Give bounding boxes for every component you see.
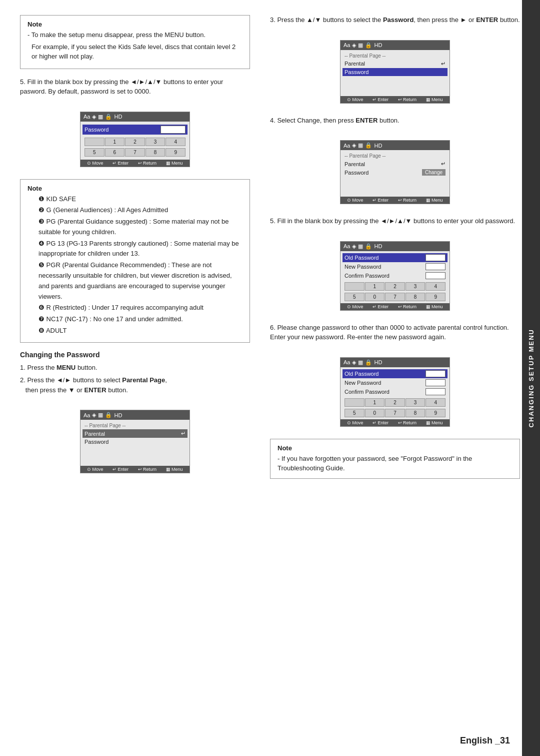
p3-footer-move: ⊙Move: [347, 97, 363, 102]
p4-body: -- Parental Page -- Parental ↵ Password …: [340, 150, 450, 197]
screen1-numpad-row2: 5 6 7 8 9: [84, 148, 186, 157]
onc2-footer-return: ↩Return: [398, 420, 416, 425]
note-title-2: Note: [28, 185, 242, 192]
screen1-audio: ◈: [92, 114, 96, 120]
numpad-4: 4: [166, 138, 186, 146]
onc1-np-2: 2: [385, 282, 405, 291]
note-title-1: Note: [28, 21, 242, 28]
p3-hd: HD: [374, 42, 382, 48]
p1-lock: 🔒: [105, 412, 112, 418]
screen1-header: Aa ◈ ▦ 🔒 HD: [80, 112, 190, 122]
onc1-aa: Aa: [344, 243, 350, 249]
note-box-1: Note - To make the setup menu disappear,…: [20, 15, 250, 69]
p3-footer-menu: ▦Menu: [426, 97, 443, 102]
onc1-np-7: 7: [385, 293, 405, 301]
p3-aa: Aa: [344, 42, 350, 48]
note2-item1: ❶ KID SAFE: [28, 194, 242, 205]
note-box-3: Note - If you have forgotten your passwo…: [270, 439, 520, 479]
onc2-confirm-row: Confirm Password: [344, 387, 446, 396]
changing-password-section: Changing the Password 1. Press the MENU …: [20, 351, 250, 398]
screen1-lock: 🔒: [105, 114, 112, 120]
parental1-header: Aa ◈ ▦ 🔒 HD: [80, 410, 190, 420]
note-text-3: - If you have forgotten your password, s…: [278, 454, 512, 473]
onc1-np-0: 0: [365, 293, 385, 301]
parental1-footer: ⊙Move ↵Enter ↩Return ▦Menu: [80, 466, 190, 473]
screen1-numpad: 1 2 3 4 5 6 7 8 9: [84, 138, 186, 157]
onc2-np-9: 9: [426, 409, 446, 417]
p3-password-row: Password: [342, 68, 448, 76]
screen1-body: Password 1 2 3 4 5 6: [80, 122, 190, 160]
p4-footer-move: ⊙Move: [347, 198, 363, 203]
p1-grid: ▦: [98, 412, 103, 418]
onc1-footer-return: ↩Return: [398, 304, 416, 309]
p1-footer-return: ↩Return: [138, 467, 156, 472]
onc2-footer-move: ⊙Move: [347, 420, 363, 425]
onc2-body: Old Password New Password Confirm Passwo…: [340, 367, 450, 419]
p3-audio: ◈: [352, 42, 356, 49]
note2-item8: ❽ ADULT: [28, 326, 242, 336]
onc1-footer-enter: ↵Enter: [372, 304, 388, 309]
onc1-grid: ▦: [358, 243, 363, 250]
changing-password-heading: Changing the Password: [20, 351, 250, 359]
screen1-password-label: Password: [84, 127, 108, 133]
p4-footer-return: ↩Return: [398, 198, 416, 203]
parental1-row1: Parental ↵: [82, 429, 188, 438]
onc1-footer-menu: ▦Menu: [426, 304, 443, 309]
p4-footer-menu: ▦Menu: [426, 198, 443, 203]
p4-footer: ⊙Move ↵Enter ↩Return ▦Menu: [340, 197, 450, 204]
p4-audio: ◈: [352, 142, 356, 149]
parental1-body: -- Parental Page -- Parental ↵ Password: [80, 420, 190, 466]
onc2-np-7: 7: [385, 409, 405, 417]
onc1-np-blank: [344, 282, 364, 291]
onc2-np-3: 3: [406, 398, 426, 407]
onc2-numpad: 1 2 3 4 5 0 7 8 9: [344, 398, 446, 417]
screen1-password-row: Password: [82, 125, 188, 135]
note-box-2: Note ❶ KID SAFE ❷ G (General Audiences) …: [20, 179, 250, 343]
screen1-password-input: [160, 126, 186, 134]
onc2-aa: Aa: [344, 359, 350, 365]
onc2-lock: 🔒: [365, 359, 372, 366]
onc2-old-row: Old Password: [342, 369, 448, 378]
sidebar-label-text: CHANGING SETUP MENU: [528, 329, 535, 427]
onc2-np-0: 0: [365, 409, 385, 417]
onc2-hd: HD: [374, 359, 382, 365]
p3-parental-row: Parental ↵: [344, 60, 446, 68]
p3-header: Aa ◈ ▦ 🔒 HD: [340, 41, 450, 50]
onc2-np-blank: [344, 398, 364, 407]
note2-item2: ❷ G (General Audiences) : All Ages Admit…: [28, 205, 242, 216]
onc1-np-9: 9: [426, 293, 446, 301]
p1-hd: HD: [114, 412, 122, 418]
onc2-header: Aa ◈ ▦ 🔒 HD: [340, 358, 450, 367]
p4-grid: ▦: [358, 142, 363, 149]
note2-item6: ❻ R (Restricted) : Under 17 requires acc…: [28, 303, 242, 313]
onc1-footer: ⊙Move ↵Enter ↩Return ▦Menu: [340, 303, 450, 310]
p3-divider: -- Parental Page --: [344, 52, 446, 60]
parental-screen1: Aa ◈ ▦ 🔒 HD -- Parental Page -- Parental…: [20, 406, 250, 477]
note2-item7: ❼ NC17 (NC-17) : No one 17 and under adm…: [28, 314, 242, 325]
numpad-blank: [84, 138, 104, 146]
numpad-7: 7: [125, 148, 145, 157]
p3-footer-return: ↩Return: [398, 97, 416, 102]
p3-lock: 🔒: [365, 42, 372, 49]
parental1-row2: Password: [84, 438, 186, 446]
p3-footer-enter: ↵Enter: [372, 97, 388, 102]
p4-divider: -- Parental Page --: [344, 152, 446, 160]
onc2-new-row: New Password: [344, 378, 446, 387]
onc1-confirm-row: Confirm Password: [344, 271, 446, 280]
note2-list: ❶ KID SAFE ❷ G (General Audiences) : All…: [28, 194, 242, 336]
onc1-lock: 🔒: [365, 243, 372, 250]
onc1-body: Old Password New Password Confirm Passwo…: [340, 251, 450, 303]
onc1-new-row: New Password: [344, 262, 446, 271]
onc1-np-3: 3: [406, 282, 426, 291]
step3-right: 3. Press the ▲/▼ buttons to select the P…: [270, 15, 520, 25]
onc1-header: Aa ◈ ▦ 🔒 HD: [340, 242, 450, 251]
parental1-divider: -- Parental Page --: [84, 422, 186, 429]
note2-item3: ❸ PG (Parental Guidance suggested) : Som…: [28, 217, 242, 238]
p4-parental-row: Parental ↵: [344, 160, 446, 168]
footer-return: ↩Return: [138, 161, 156, 166]
parental-screen-step4: Aa ◈ ▦ 🔒 HD -- Parental Page -- Parental…: [270, 136, 520, 208]
onc2-footer-enter: ↵Enter: [372, 420, 388, 425]
sidebar: CHANGING SETUP MENU: [522, 0, 540, 756]
onc2-footer-menu: ▦Menu: [426, 420, 443, 425]
numpad-9: 9: [166, 148, 186, 157]
